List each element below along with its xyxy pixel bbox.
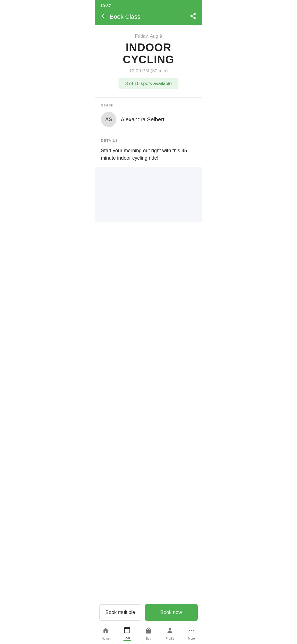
main-scroll: Friday, Aug 9 INDOOR CYCLING 12:00 PM (3… [95, 25, 202, 266]
content-area [95, 167, 202, 222]
class-time: 12:00 PM (30 min) [100, 68, 197, 74]
page-title: Book Class [110, 13, 140, 20]
back-button[interactable] [100, 13, 107, 21]
staff-row: AS Alexandra Seibert [101, 112, 196, 127]
status-bar: 10:37 [95, 0, 202, 10]
status-time: 10:37 [100, 3, 111, 8]
details-text: Start your morning out right with this 4… [101, 147, 196, 162]
class-header: Friday, Aug 9 INDOOR CYCLING 12:00 PM (3… [95, 25, 202, 98]
details-section-label: DETAILS [101, 138, 196, 143]
spots-badge: 3 of 10 spots available [119, 78, 178, 89]
class-date: Friday, Aug 9 [100, 34, 197, 39]
top-bar: Book Class [95, 10, 202, 25]
details-section: DETAILS Start your morning out right wit… [95, 133, 202, 167]
share-button[interactable] [189, 12, 197, 21]
staff-section: STAFF AS Alexandra Seibert [95, 98, 202, 133]
staff-section-label: STAFF [101, 103, 196, 107]
class-name: INDOOR CYCLING [100, 41, 197, 66]
top-bar-left: Book Class [100, 13, 140, 21]
staff-name: Alexandra Seibert [121, 116, 164, 123]
staff-avatar: AS [101, 112, 116, 127]
